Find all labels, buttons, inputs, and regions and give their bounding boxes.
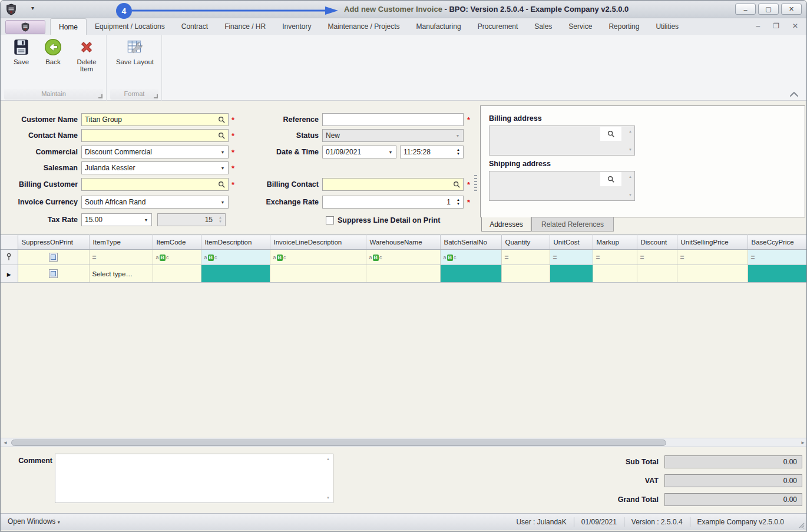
billing-address-search-icon[interactable]: [600, 127, 621, 141]
application-menu-button[interactable]: [5, 20, 45, 34]
column-header-itemcode[interactable]: ItemCode: [153, 235, 201, 250]
column-header-markup[interactable]: Markup: [593, 235, 637, 250]
tab-utilities[interactable]: Utilities: [647, 18, 687, 35]
customer-name-field[interactable]: Titan Group: [81, 113, 229, 126]
minimize-button[interactable]: –: [735, 4, 756, 15]
cell-itemtype[interactable]: Select type…: [89, 265, 153, 283]
splitter-handle[interactable]: [474, 175, 477, 193]
column-header-baseccyprice[interactable]: BaseCcyPrice: [748, 235, 807, 250]
invoice-currency-dropdown[interactable]: South African Rand ▼: [81, 196, 229, 209]
cell-unitcost[interactable]: [550, 265, 593, 283]
save-button[interactable]: Save: [8, 37, 35, 65]
cell-baseccyprice[interactable]: [748, 265, 807, 283]
shipping-address-scroll-down-icon[interactable]: ▼: [629, 193, 632, 197]
date-field[interactable]: 01/09/2021 ▼: [322, 146, 396, 158]
tax-rate-dropdown[interactable]: 15.00 ▼: [81, 213, 152, 226]
commercial-dropdown[interactable]: Discount Commercial ▼: [81, 146, 229, 158]
horizontal-scrollbar[interactable]: ◄ ►: [1, 438, 807, 447]
mdi-restore-icon[interactable]: ❐: [773, 22, 779, 30]
collapse-ribbon-chevron-icon[interactable]: [789, 90, 799, 97]
tab-reporting[interactable]: Reporting: [600, 18, 647, 35]
billing-contact-field[interactable]: [322, 178, 464, 191]
time-field[interactable]: 11:25:28 ▲▼: [400, 146, 464, 158]
cell-discount[interactable]: [637, 265, 677, 283]
tab-maintenance-projects[interactable]: Maintenance / Projects: [320, 18, 408, 35]
tab-addresses[interactable]: Addresses: [481, 217, 531, 232]
open-windows-dropdown[interactable]: Open Windows ▾: [8, 517, 60, 526]
tab-sales[interactable]: Sales: [526, 18, 560, 35]
tab-equipment-locations[interactable]: Equipment / Locations: [87, 18, 173, 35]
salesman-dropdown[interactable]: Julanda Kessler ▼: [81, 161, 229, 174]
column-header-batchserialno[interactable]: BatchSerialNo: [440, 235, 501, 250]
cell-warehousename[interactable]: [366, 265, 440, 283]
filter-unitsellingprice[interactable]: =: [677, 250, 748, 265]
billing-address-memo[interactable]: ▲ ▼: [489, 125, 635, 156]
tab-finance-hr[interactable]: Finance / HR: [216, 18, 274, 35]
filter-warehousename[interactable]: aBc: [366, 250, 440, 265]
reference-field[interactable]: [322, 113, 464, 126]
tab-procurement[interactable]: Procurement: [469, 18, 527, 35]
tab-manufacturing[interactable]: Manufacturing: [408, 18, 469, 35]
billing-address-scroll-up-icon[interactable]: ▲: [629, 130, 632, 133]
suppress-line-detail-checkbox[interactable]: [326, 216, 334, 224]
filter-itemtype[interactable]: =: [89, 250, 153, 265]
shipping-address-search-icon[interactable]: [600, 172, 621, 186]
column-header-discount[interactable]: Discount: [637, 235, 677, 250]
mdi-minimize-icon[interactable]: –: [756, 22, 760, 30]
column-header-itemdescription[interactable]: ItemDescription: [201, 235, 270, 250]
filter-itemdescription[interactable]: aBc: [201, 250, 270, 265]
filter-itemcode[interactable]: aBc: [153, 250, 201, 265]
quick-access-caret-icon[interactable]: ▾: [31, 5, 34, 11]
filter-discount[interactable]: =: [637, 250, 677, 265]
contact-name-field[interactable]: [81, 129, 229, 142]
comment-scroll-down-icon[interactable]: ▼: [326, 496, 330, 500]
scrollbar-thumb[interactable]: [11, 440, 666, 446]
filter-invoicelinedescription[interactable]: aBc: [270, 250, 366, 265]
save-layout-button[interactable]: Save Layout: [111, 37, 158, 65]
cell-batchserialno[interactable]: [440, 265, 501, 283]
billing-address-scroll-down-icon[interactable]: ▼: [629, 148, 632, 151]
maximize-button[interactable]: ▢: [758, 4, 779, 15]
billing-contact-search-icon[interactable]: [450, 179, 463, 190]
cell-suppressonprint[interactable]: [18, 265, 89, 283]
billing-customer-field[interactable]: [81, 178, 229, 191]
filter-batchserialno[interactable]: aBc: [440, 250, 501, 265]
cell-quantity[interactable]: [501, 265, 550, 283]
filter-quantity[interactable]: =: [501, 250, 550, 265]
exchange-rate-spinner-icons[interactable]: ▲▼: [454, 196, 463, 208]
column-header-invoicelinedescription[interactable]: InvoiceLineDescription: [270, 235, 366, 250]
cell-itemcode[interactable]: [153, 265, 201, 283]
time-spinner-icons[interactable]: ▲▼: [454, 146, 463, 158]
billing-customer-search-icon[interactable]: [215, 179, 228, 190]
customer-name-search-icon[interactable]: [215, 114, 228, 125]
close-button[interactable]: ✕: [781, 4, 802, 15]
contact-name-search-icon[interactable]: [215, 130, 228, 141]
column-header-unitsellingprice[interactable]: UnitSellingPrice: [677, 235, 748, 250]
tab-home[interactable]: Home: [50, 18, 87, 35]
column-header-warehousename[interactable]: WarehouseName: [366, 235, 440, 250]
resize-grip-icon[interactable]: [798, 521, 805, 528]
cell-unitsellingprice[interactable]: [677, 265, 748, 283]
cell-itemdescription[interactable]: [201, 265, 270, 283]
filter-unitcost[interactable]: =: [550, 250, 593, 265]
back-button[interactable]: Back: [39, 37, 67, 65]
mdi-close-icon[interactable]: ✕: [792, 22, 798, 30]
comment-scroll-up-icon[interactable]: ▲: [326, 457, 330, 461]
shipping-address-scroll-up-icon[interactable]: ▲: [629, 175, 632, 179]
cell-invoicelinedescription[interactable]: [270, 265, 366, 283]
column-header-suppressonprint[interactable]: SuppressOnPrint: [18, 235, 89, 250]
delete-item-button[interactable]: Delete Item: [71, 37, 102, 72]
maintain-dialog-launcher-icon[interactable]: [98, 94, 102, 98]
tab-contract[interactable]: Contract: [173, 18, 216, 35]
tab-related-references[interactable]: Related References: [531, 217, 614, 232]
tab-inventory[interactable]: Inventory: [274, 18, 319, 35]
scroll-right-icon[interactable]: ►: [798, 438, 807, 447]
column-header-itemtype[interactable]: ItemType: [89, 235, 153, 250]
scroll-left-icon[interactable]: ◄: [1, 438, 10, 447]
column-header-unitcost[interactable]: UnitCost: [550, 235, 593, 250]
cell-markup[interactable]: [593, 265, 637, 283]
shipping-address-memo[interactable]: ▲ ▼: [489, 171, 635, 201]
tab-service[interactable]: Service: [560, 18, 600, 35]
column-header-quantity[interactable]: Quantity: [501, 235, 550, 250]
filter-baseccyprice[interactable]: =: [748, 250, 807, 265]
